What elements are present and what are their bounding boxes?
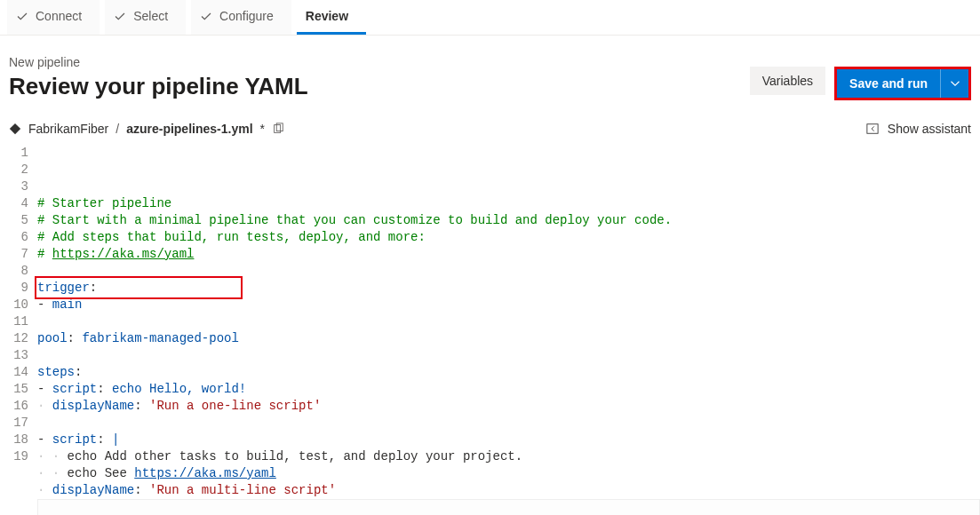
save-and-run-button[interactable]: Save and run [837, 69, 940, 98]
line-number: 1 [0, 145, 28, 162]
check-icon [16, 10, 28, 22]
code-line[interactable]: trigger: [37, 280, 980, 297]
code-line[interactable] [37, 313, 980, 330]
page-title: Review your pipeline YAML [9, 73, 308, 100]
code-line[interactable]: - script: | [37, 432, 980, 448]
line-number: 3 [0, 178, 28, 195]
line-number: 16 [0, 398, 28, 415]
code-line[interactable]: · displayName: 'Run a multi-line script' [37, 482, 980, 499]
wizard-tab-label: Review [306, 9, 348, 23]
line-number: 6 [0, 229, 28, 246]
line-number: 5 [0, 212, 28, 229]
code-line[interactable]: · · echo See https://aka.ms/yaml [37, 465, 980, 482]
wizard-tabs: Connect Select Configure Review [0, 0, 980, 36]
wizard-tab-label: Connect [36, 9, 82, 23]
check-icon [200, 10, 212, 22]
breadcrumb-project[interactable]: FabrikamFiber [28, 122, 108, 136]
wizard-tab-label: Select [133, 9, 168, 23]
code-line[interactable]: · · echo Add other tasks to build, test,… [37, 448, 980, 465]
code-line[interactable]: steps: [37, 364, 980, 381]
line-number: 9 [0, 280, 28, 297]
breadcrumb-file[interactable]: azure-pipelines-1.yml [126, 122, 252, 136]
wizard-tab-select[interactable]: Select [105, 0, 186, 35]
yaml-editor[interactable]: 12345678910111213141516171819 # Starter … [0, 141, 980, 515]
line-number: 18 [0, 432, 28, 448]
save-and-run-group: Save and run [834, 67, 971, 100]
wizard-tab-configure[interactable]: Configure [191, 0, 291, 35]
wizard-tab-label: Configure [219, 9, 274, 23]
save-and-run-dropdown[interactable] [940, 69, 968, 98]
copy-icon[interactable] [272, 123, 284, 135]
code-line[interactable]: # Starter pipeline [37, 195, 980, 212]
show-assistant-label: Show assistant [888, 122, 971, 136]
line-number: 15 [0, 381, 28, 398]
check-icon [114, 10, 126, 22]
code-line[interactable]: # https://aka.ms/yaml [37, 246, 980, 263]
code-line[interactable] [37, 499, 980, 515]
repo-diamond-icon [9, 123, 21, 135]
code-line[interactable]: · displayName: 'Run a one-line script' [37, 398, 980, 415]
line-number: 10 [0, 297, 28, 313]
line-number: 11 [0, 313, 28, 330]
code-area[interactable]: # Starter pipeline# Start with a minimal… [37, 145, 980, 515]
page-header: New pipeline Review your pipeline YAML V… [0, 36, 980, 113]
line-number: 13 [0, 347, 28, 364]
code-line[interactable]: - script: echo Hello, world! [37, 381, 980, 398]
file-path-row: FabrikamFiber / azure-pipelines-1.yml * … [0, 113, 980, 141]
breadcrumb: FabrikamFiber / azure-pipelines-1.yml * [9, 122, 284, 136]
page-subtitle: New pipeline [9, 55, 308, 69]
variables-button[interactable]: Variables [750, 67, 825, 95]
code-line[interactable] [37, 263, 980, 280]
code-line[interactable] [37, 415, 980, 432]
svg-rect-3 [867, 124, 878, 134]
svg-rect-0 [10, 123, 20, 134]
line-number-gutter: 12345678910111213141516171819 [0, 145, 37, 515]
line-number: 17 [0, 415, 28, 432]
line-number: 14 [0, 364, 28, 381]
code-line[interactable]: # Start with a minimal pipeline that you… [37, 212, 980, 229]
line-number: 8 [0, 263, 28, 280]
line-number: 12 [0, 330, 28, 347]
dirty-marker: * [260, 122, 265, 136]
code-line[interactable]: pool: fabrikam-managed-pool [37, 330, 980, 347]
wizard-tab-review[interactable]: Review [297, 0, 366, 35]
show-assistant-button[interactable]: Show assistant [866, 122, 971, 136]
chevron-down-icon [950, 78, 960, 89]
breadcrumb-separator: / [116, 122, 119, 136]
line-number: 4 [0, 195, 28, 212]
wizard-tab-connect[interactable]: Connect [7, 0, 100, 35]
code-line[interactable]: # Add steps that build, run tests, deplo… [37, 229, 980, 246]
line-number: 19 [0, 448, 28, 465]
line-number: 7 [0, 246, 28, 263]
line-number: 2 [0, 162, 28, 178]
code-line[interactable] [37, 347, 980, 364]
panel-expand-icon [866, 123, 879, 135]
code-line[interactable]: - main [37, 297, 980, 313]
